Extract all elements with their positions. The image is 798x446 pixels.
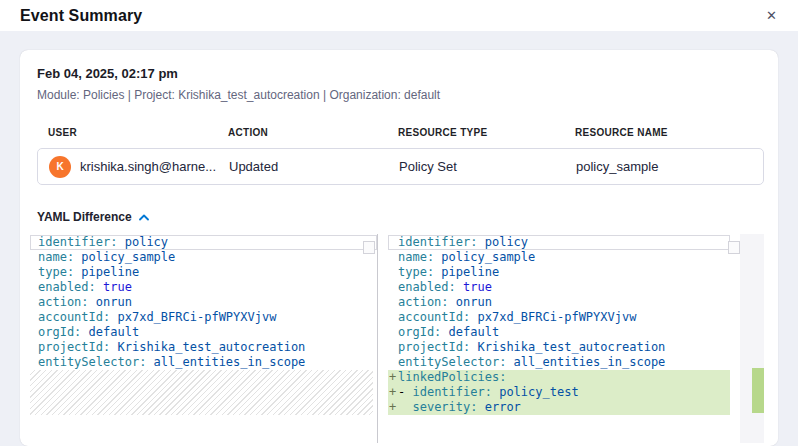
chevron-up-icon — [139, 214, 149, 221]
modified-code-line[interactable]: name: policy_sample — [388, 250, 730, 265]
original-code-line[interactable]: action: onrun — [30, 295, 377, 310]
modified-code-line[interactable]: + severity: error — [388, 400, 730, 415]
action-value: Updated — [229, 159, 399, 174]
user-email: krishika.singh@harne... — [80, 159, 216, 174]
diff-sash[interactable] — [377, 234, 378, 443]
original-code-line[interactable]: name: policy_sample — [30, 250, 377, 265]
yaml-diff-editor: identifier: policyname: policy_sampletyp… — [30, 234, 778, 443]
modified-code-line[interactable]: enabled: true — [388, 280, 730, 295]
resource-name-value: policy_sample — [576, 159, 763, 174]
dialog-body: Feb 04, 2025, 02:17 pm Module: Policies … — [0, 31, 798, 446]
diff-overview-ruler[interactable] — [740, 234, 764, 443]
original-code-line[interactable]: entitySelector: all_entities_in_scope — [30, 355, 377, 370]
diff-added-sign: + — [389, 400, 396, 415]
diff-added-sign: + — [389, 370, 396, 385]
modified-code-line[interactable]: +linkedPolicies: — [388, 370, 730, 385]
column-header-action: ACTION — [228, 127, 398, 138]
avatar: K — [49, 156, 71, 178]
event-context: Module: Policies | Project: Krishika_tes… — [37, 88, 778, 102]
diff-placeholder-region — [30, 370, 373, 415]
modified-code-line[interactable]: projectId: Krishika_test_autocreation — [388, 340, 730, 355]
event-timestamp: Feb 04, 2025, 02:17 pm — [37, 66, 778, 81]
yaml-difference-label: YAML Difference — [37, 210, 132, 224]
diff-modified-pane[interactable]: identifier: policyname: policy_sampletyp… — [388, 234, 730, 443]
modified-code-line[interactable]: entitySelector: all_entities_in_scope — [388, 355, 730, 370]
original-code-line[interactable]: enabled: true — [30, 280, 377, 295]
diff-added-marker — [752, 368, 764, 413]
table-header-row: USER ACTION RESOURCE TYPE RESOURCE NAME — [37, 127, 764, 138]
table-row: K krishika.singh@harne... Updated Policy… — [37, 148, 764, 185]
column-header-user: USER — [48, 127, 228, 138]
modified-code-line[interactable]: type: pipeline — [388, 265, 730, 280]
yaml-difference-toggle[interactable]: YAML Difference — [37, 210, 149, 224]
event-summary-dialog: Event Summary ✕ Feb 04, 2025, 02:17 pm M… — [0, 0, 798, 446]
original-code-line[interactable]: type: pipeline — [30, 265, 377, 280]
diff-original-pane[interactable]: identifier: policyname: policy_sampletyp… — [30, 234, 377, 443]
modified-code-line[interactable]: identifier: policy — [388, 235, 730, 250]
diff-added-sign: + — [389, 385, 396, 400]
modified-code-line[interactable]: accountId: px7xd_BFRCi-pfWPYXVjvw — [388, 310, 730, 325]
modified-code-line[interactable]: +- identifier: policy_test — [388, 385, 730, 400]
original-code-line[interactable]: projectId: Krishika_test_autocreation — [30, 340, 377, 355]
page-title: Event Summary — [20, 7, 142, 25]
right-scrollbar-slider[interactable] — [728, 241, 740, 254]
resource-type-value: Policy Set — [399, 159, 576, 174]
modified-code-line[interactable]: orgId: default — [388, 325, 730, 340]
dialog-header: Event Summary ✕ — [0, 0, 798, 31]
original-code-line[interactable]: identifier: policy — [30, 235, 377, 250]
original-code-line[interactable]: orgId: default — [30, 325, 377, 340]
close-button[interactable]: ✕ — [762, 7, 781, 24]
left-scrollbar-slider[interactable] — [363, 241, 375, 254]
user-cell: K krishika.singh@harne... — [49, 156, 229, 178]
column-header-resource-name: RESOURCE NAME — [575, 127, 764, 138]
modified-code-line[interactable]: action: onrun — [388, 295, 730, 310]
original-code-line[interactable]: accountId: px7xd_BFRCi-pfWPYXVjvw — [30, 310, 377, 325]
column-header-resource-type: RESOURCE TYPE — [398, 127, 575, 138]
audit-table: USER ACTION RESOURCE TYPE RESOURCE NAME … — [37, 127, 764, 185]
close-icon: ✕ — [766, 8, 777, 23]
event-card: Feb 04, 2025, 02:17 pm Module: Policies … — [20, 50, 778, 446]
